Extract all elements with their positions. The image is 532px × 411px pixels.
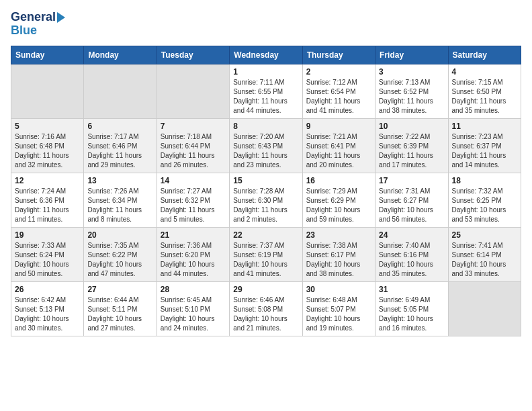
day-number: 3 xyxy=(379,67,444,77)
day-number: 31 xyxy=(379,285,444,294)
day-number: 13 xyxy=(87,176,152,185)
day-number: 23 xyxy=(306,230,371,240)
day-number: 20 xyxy=(87,230,152,240)
day-number: 21 xyxy=(161,230,226,240)
week-row-4: 19Sunrise: 7:33 AM Sunset: 6:24 PM Dayli… xyxy=(11,227,521,281)
day-cell: 12Sunrise: 7:24 AM Sunset: 6:36 PM Dayli… xyxy=(11,173,84,227)
day-number: 12 xyxy=(15,176,80,185)
day-info: Sunrise: 7:17 AM Sunset: 6:46 PM Dayligh… xyxy=(87,132,152,170)
day-number: 27 xyxy=(87,285,152,294)
day-number: 6 xyxy=(87,122,152,131)
day-number: 29 xyxy=(233,285,298,294)
day-number: 9 xyxy=(306,122,371,131)
day-info: Sunrise: 7:13 AM Sunset: 6:52 PM Dayligh… xyxy=(379,78,444,116)
day-cell: 25Sunrise: 7:41 AM Sunset: 6:14 PM Dayli… xyxy=(448,227,521,281)
day-cell: 31Sunrise: 6:49 AM Sunset: 5:05 PM Dayli… xyxy=(375,281,448,336)
day-cell: 7Sunrise: 7:18 AM Sunset: 6:44 PM Daylig… xyxy=(157,118,229,173)
day-cell: 24Sunrise: 7:40 AM Sunset: 6:16 PM Dayli… xyxy=(375,227,448,281)
day-info: Sunrise: 7:36 AM Sunset: 6:20 PM Dayligh… xyxy=(161,241,226,279)
day-number: 11 xyxy=(452,122,517,131)
day-info: Sunrise: 7:12 AM Sunset: 6:54 PM Dayligh… xyxy=(306,78,371,116)
day-cell: 27Sunrise: 6:44 AM Sunset: 5:11 PM Dayli… xyxy=(84,281,157,336)
day-cell: 14Sunrise: 7:27 AM Sunset: 6:32 PM Dayli… xyxy=(157,173,229,227)
day-cell: 19Sunrise: 7:33 AM Sunset: 6:24 PM Dayli… xyxy=(11,227,84,281)
day-cell: 17Sunrise: 7:31 AM Sunset: 6:27 PM Dayli… xyxy=(375,173,448,227)
day-info: Sunrise: 7:15 AM Sunset: 6:50 PM Dayligh… xyxy=(452,78,517,116)
day-cell: 6Sunrise: 7:17 AM Sunset: 6:46 PM Daylig… xyxy=(84,118,157,173)
day-cell: 23Sunrise: 7:38 AM Sunset: 6:17 PM Dayli… xyxy=(302,227,375,281)
day-info: Sunrise: 6:48 AM Sunset: 5:07 PM Dayligh… xyxy=(306,295,371,333)
day-info: Sunrise: 6:46 AM Sunset: 5:08 PM Dayligh… xyxy=(233,295,298,333)
day-info: Sunrise: 7:23 AM Sunset: 6:37 PM Dayligh… xyxy=(452,132,517,170)
day-info: Sunrise: 6:49 AM Sunset: 5:05 PM Dayligh… xyxy=(379,295,444,333)
day-cell xyxy=(448,281,521,336)
day-cell: 2Sunrise: 7:12 AM Sunset: 6:54 PM Daylig… xyxy=(302,64,375,118)
day-cell: 1Sunrise: 7:11 AM Sunset: 6:55 PM Daylig… xyxy=(230,64,302,118)
day-info: Sunrise: 7:18 AM Sunset: 6:44 PM Dayligh… xyxy=(161,132,226,170)
weekday-header-thursday: Thursday xyxy=(302,46,375,64)
day-number: 19 xyxy=(15,230,80,240)
day-cell: 29Sunrise: 6:46 AM Sunset: 5:08 PM Dayli… xyxy=(230,281,302,336)
day-cell: 30Sunrise: 6:48 AM Sunset: 5:07 PM Dayli… xyxy=(302,281,375,336)
day-info: Sunrise: 7:32 AM Sunset: 6:25 PM Dayligh… xyxy=(452,187,517,224)
day-number: 30 xyxy=(306,285,371,294)
day-info: Sunrise: 7:16 AM Sunset: 6:48 PM Dayligh… xyxy=(15,132,80,170)
weekday-header-wednesday: Wednesday xyxy=(230,46,302,64)
day-info: Sunrise: 7:28 AM Sunset: 6:30 PM Dayligh… xyxy=(233,187,298,224)
day-cell: 13Sunrise: 7:26 AM Sunset: 6:34 PM Dayli… xyxy=(84,173,157,227)
day-number: 4 xyxy=(452,67,517,77)
day-number: 1 xyxy=(233,67,298,77)
day-number: 16 xyxy=(306,176,371,185)
day-cell: 15Sunrise: 7:28 AM Sunset: 6:30 PM Dayli… xyxy=(230,173,302,227)
day-number: 25 xyxy=(452,230,517,240)
day-cell: 20Sunrise: 7:35 AM Sunset: 6:22 PM Dayli… xyxy=(84,227,157,281)
day-info: Sunrise: 7:11 AM Sunset: 6:55 PM Dayligh… xyxy=(233,78,298,116)
day-info: Sunrise: 6:45 AM Sunset: 5:10 PM Dayligh… xyxy=(161,295,226,333)
day-info: Sunrise: 7:31 AM Sunset: 6:27 PM Dayligh… xyxy=(379,187,444,224)
day-info: Sunrise: 7:35 AM Sunset: 6:22 PM Dayligh… xyxy=(87,241,152,279)
day-cell: 26Sunrise: 6:42 AM Sunset: 5:13 PM Dayli… xyxy=(11,281,84,336)
day-info: Sunrise: 6:42 AM Sunset: 5:13 PM Dayligh… xyxy=(15,295,80,333)
day-cell: 10Sunrise: 7:22 AM Sunset: 6:39 PM Dayli… xyxy=(375,118,448,173)
day-number: 7 xyxy=(161,122,226,131)
day-cell xyxy=(157,64,229,118)
day-info: Sunrise: 7:41 AM Sunset: 6:14 PM Dayligh… xyxy=(452,241,517,279)
day-cell: 28Sunrise: 6:45 AM Sunset: 5:10 PM Dayli… xyxy=(157,281,229,336)
day-number: 22 xyxy=(233,230,298,240)
day-info: Sunrise: 7:27 AM Sunset: 6:32 PM Dayligh… xyxy=(161,187,226,224)
week-row-2: 5Sunrise: 7:16 AM Sunset: 6:48 PM Daylig… xyxy=(11,118,521,173)
day-cell: 3Sunrise: 7:13 AM Sunset: 6:52 PM Daylig… xyxy=(375,64,448,118)
calendar-table: SundayMondayTuesdayWednesdayThursdayFrid… xyxy=(11,46,521,336)
day-number: 14 xyxy=(161,176,226,185)
day-info: Sunrise: 7:24 AM Sunset: 6:36 PM Dayligh… xyxy=(15,187,80,224)
day-number: 8 xyxy=(233,122,298,131)
weekday-header-sunday: Sunday xyxy=(11,46,84,64)
day-info: Sunrise: 7:22 AM Sunset: 6:39 PM Dayligh… xyxy=(379,132,444,170)
weekday-header-tuesday: Tuesday xyxy=(157,46,229,64)
logo-text-general: General xyxy=(11,11,56,24)
weekday-header-monday: Monday xyxy=(84,46,157,64)
weekday-header-row: SundayMondayTuesdayWednesdayThursdayFrid… xyxy=(11,46,521,64)
day-cell: 16Sunrise: 7:29 AM Sunset: 6:29 PM Dayli… xyxy=(302,173,375,227)
day-cell: 22Sunrise: 7:37 AM Sunset: 6:19 PM Dayli… xyxy=(230,227,302,281)
day-number: 26 xyxy=(15,285,80,294)
week-row-1: 1Sunrise: 7:11 AM Sunset: 6:55 PM Daylig… xyxy=(11,64,521,118)
day-info: Sunrise: 7:37 AM Sunset: 6:19 PM Dayligh… xyxy=(233,241,298,279)
weekday-header-saturday: Saturday xyxy=(448,46,521,64)
day-number: 24 xyxy=(379,230,444,240)
day-info: Sunrise: 7:26 AM Sunset: 6:34 PM Dayligh… xyxy=(87,187,152,224)
day-info: Sunrise: 7:29 AM Sunset: 6:29 PM Dayligh… xyxy=(306,187,371,224)
day-number: 5 xyxy=(15,122,80,131)
day-cell: 8Sunrise: 7:20 AM Sunset: 6:43 PM Daylig… xyxy=(230,118,302,173)
day-cell: 9Sunrise: 7:21 AM Sunset: 6:41 PM Daylig… xyxy=(302,118,375,173)
day-number: 2 xyxy=(306,67,371,77)
day-cell: 11Sunrise: 7:23 AM Sunset: 6:37 PM Dayli… xyxy=(448,118,521,173)
day-info: Sunrise: 7:33 AM Sunset: 6:24 PM Dayligh… xyxy=(15,241,80,279)
day-cell: 4Sunrise: 7:15 AM Sunset: 6:50 PM Daylig… xyxy=(448,64,521,118)
day-info: Sunrise: 7:21 AM Sunset: 6:41 PM Dayligh… xyxy=(306,132,371,170)
day-cell: 5Sunrise: 7:16 AM Sunset: 6:48 PM Daylig… xyxy=(11,118,84,173)
day-cell xyxy=(11,64,84,118)
logo-arrow-icon xyxy=(57,12,65,23)
day-number: 15 xyxy=(233,176,298,185)
day-cell: 18Sunrise: 7:32 AM Sunset: 6:25 PM Dayli… xyxy=(448,173,521,227)
